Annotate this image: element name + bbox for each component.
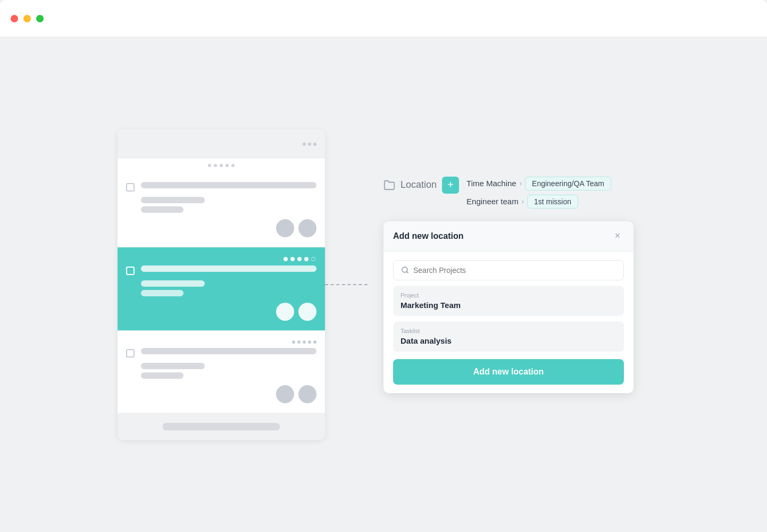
breadcrumb-item: Time Machine (466, 179, 516, 188)
avatar-active (276, 303, 294, 321)
active-dot (304, 257, 309, 261)
task-tag-bar (141, 206, 184, 213)
search-icon (401, 266, 409, 274)
traffic-light-yellow[interactable] (23, 15, 31, 22)
add-location-button[interactable]: Add new location (393, 359, 624, 385)
breadcrumb-item: Engineer team (466, 197, 519, 206)
location-row: Location + Time Machine › Engineering/QA… (384, 177, 633, 209)
breadcrumb-highlight: Engineering/QA Team (525, 177, 611, 190)
location-label: Location (401, 179, 437, 190)
traffic-light-green[interactable] (36, 15, 44, 22)
task-tag-bar-active (141, 290, 184, 296)
page-dot (226, 164, 229, 167)
task-subtitle-bar (141, 363, 205, 369)
task-item[interactable] (118, 172, 325, 247)
menu-dot (308, 143, 311, 146)
page-dot (231, 164, 235, 167)
breadcrumb-chevron: › (520, 179, 522, 187)
dialog-header: Add new location × (384, 221, 633, 252)
breadcrumb-row-1: Time Machine › Engineering/QA Team (466, 177, 611, 190)
breadcrumb-row-2: Engineer team › 1st mission (466, 195, 611, 209)
task-item-active[interactable] (118, 247, 325, 331)
active-dot-empty (311, 257, 315, 261)
active-dot (297, 257, 302, 261)
bottom-bar-content (163, 423, 280, 430)
menu-dot (303, 143, 306, 146)
page-dot (214, 164, 217, 167)
panel-header (118, 129, 325, 159)
avatar (276, 385, 294, 403)
project-field-card: Project Marketing Team (393, 286, 624, 316)
tasklist-value: Data analysis (401, 336, 616, 345)
dialog-close-button[interactable]: × (611, 230, 624, 243)
tasklist-field-card: Tasklist Data analysis (393, 321, 624, 352)
task-subtitle-bar (141, 197, 205, 203)
avatar (276, 219, 294, 237)
breadcrumb-highlight: 1st mission (527, 195, 578, 209)
tasklist-label: Tasklist (401, 328, 616, 334)
page-dot (303, 340, 306, 344)
page-dot (292, 340, 295, 344)
task-subtitle-bar-active (141, 280, 205, 287)
active-dot (290, 257, 295, 261)
page-dot (208, 164, 211, 167)
search-input-wrap[interactable] (393, 260, 624, 280)
page-dot (313, 340, 316, 344)
task-title-bar-active (141, 265, 316, 272)
project-label: Project (401, 292, 616, 298)
breadcrumb-chevron: › (522, 197, 524, 205)
avatar (298, 385, 316, 403)
dialog-body: Project Marketing Team Tasklist Data ana… (384, 252, 633, 393)
search-input[interactable] (413, 266, 616, 275)
connector-line (325, 284, 368, 285)
breadcrumb-area: Time Machine › Engineering/QA Team Engin… (466, 177, 611, 209)
task-checkbox[interactable] (126, 183, 135, 192)
svg-line-1 (406, 271, 408, 273)
right-panel: Location + Time Machine › Engineering/QA… (368, 161, 649, 409)
title-bar (0, 0, 767, 37)
task-title-bar (141, 182, 316, 188)
folder-icon (384, 179, 395, 191)
active-dot (284, 257, 288, 261)
avatar (298, 219, 316, 237)
task-list-panel (118, 129, 325, 440)
menu-dot (313, 143, 316, 146)
task-checkbox[interactable] (126, 349, 135, 358)
traffic-light-red[interactable] (11, 15, 18, 22)
project-value: Marketing Team (401, 301, 616, 310)
location-icon-area: Location + (384, 177, 459, 194)
task-item[interactable] (118, 331, 325, 413)
add-location-dialog: Add new location × (384, 221, 633, 393)
task-title-bar (141, 348, 316, 354)
panel-menu-dots[interactable] (303, 143, 316, 146)
task-tag-bar (141, 372, 184, 379)
dialog-title: Add new location (393, 231, 463, 241)
avatar-active (298, 303, 316, 321)
add-location-plus-button[interactable]: + (442, 177, 459, 194)
content-area: Location + Time Machine › Engineering/QA… (0, 37, 767, 532)
page-dot (297, 340, 301, 344)
page-dot (308, 340, 311, 344)
task-checkbox-active[interactable] (126, 267, 135, 275)
page-dot (220, 164, 223, 167)
active-pagination (284, 257, 316, 261)
task-bottom-bar (118, 413, 325, 440)
pagination-top (118, 159, 325, 172)
window-frame: Location + Time Machine › Engineering/QA… (0, 0, 767, 532)
